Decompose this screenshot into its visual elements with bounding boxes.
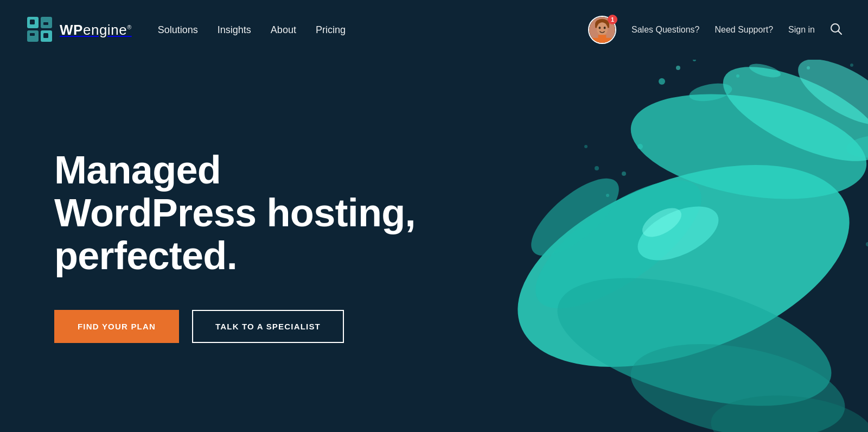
- svg-rect-4: [30, 20, 35, 24]
- hero-buttons: FIND YOUR PLAN TALK TO A SPECIALIST: [54, 310, 423, 343]
- hero-headline: Managed WordPress hosting, perfected.: [54, 149, 423, 278]
- nav-item-solutions[interactable]: Solutions: [158, 24, 198, 36]
- logo-icon: [26, 16, 54, 44]
- svg-rect-15: [592, 38, 612, 44]
- svg-point-21: [711, 60, 868, 180]
- svg-point-28: [520, 166, 631, 269]
- svg-line-17: [839, 31, 842, 34]
- svg-point-44: [595, 166, 599, 170]
- svg-point-12: [599, 27, 601, 29]
- svg-point-47: [637, 202, 686, 243]
- navbar: WPengine® Solutions Insights About Prici…: [0, 0, 868, 60]
- svg-rect-6: [30, 33, 35, 36]
- find-your-plan-button[interactable]: FIND YOUR PLAN: [54, 310, 179, 343]
- svg-point-36: [736, 74, 739, 78]
- search-icon[interactable]: [830, 23, 842, 37]
- hero-content: Managed WordPress hosting, perfected. FI…: [0, 149, 423, 344]
- svg-point-45: [584, 145, 588, 148]
- svg-point-19: [491, 125, 868, 407]
- hero-section: Managed WordPress hosting, perfected. FI…: [0, 60, 868, 432]
- svg-rect-7: [43, 33, 48, 38]
- svg-point-31: [708, 389, 868, 432]
- need-support-link[interactable]: Need Support?: [714, 25, 773, 35]
- nav-link-insights[interactable]: Insights: [218, 24, 251, 35]
- svg-point-11: [597, 22, 608, 35]
- svg-point-38: [807, 66, 810, 69]
- sales-questions-link[interactable]: Sales Questions?: [631, 25, 699, 35]
- svg-point-25: [845, 134, 868, 160]
- logo-link[interactable]: WPengine®: [26, 16, 132, 44]
- sign-in-link[interactable]: Sign in: [788, 25, 815, 35]
- navbar-right: 1 Sales Questions? Need Support? Sign in: [588, 16, 842, 44]
- svg-point-13: [604, 27, 606, 29]
- hero-splash: [358, 60, 868, 432]
- svg-rect-18: [358, 60, 868, 432]
- logo-text: WPengine®: [60, 22, 132, 39]
- nav-item-about[interactable]: About: [271, 24, 296, 36]
- svg-point-48: [866, 242, 868, 246]
- navbar-left: WPengine® Solutions Insights About Prici…: [26, 16, 346, 44]
- svg-point-42: [622, 171, 626, 176]
- svg-point-29: [544, 253, 845, 431]
- svg-point-46: [630, 195, 727, 271]
- svg-point-43: [606, 194, 609, 197]
- svg-point-40: [850, 63, 853, 67]
- svg-point-32: [659, 78, 665, 85]
- nav-item-pricing[interactable]: Pricing: [316, 24, 346, 36]
- notification-badge: 1: [608, 15, 617, 24]
- svg-point-30: [623, 329, 852, 432]
- svg-point-23: [688, 80, 733, 104]
- svg-rect-2: [27, 30, 39, 42]
- avatar-wrapper[interactable]: 1: [588, 16, 616, 44]
- svg-point-22: [788, 60, 868, 138]
- svg-rect-5: [43, 22, 48, 25]
- nav-link-pricing[interactable]: Pricing: [316, 24, 346, 35]
- talk-to-specialist-button[interactable]: TALK TO A SPECIALIST: [192, 310, 344, 343]
- svg-point-34: [693, 60, 696, 61]
- nav-item-insights[interactable]: Insights: [218, 24, 251, 36]
- svg-point-27: [516, 157, 720, 331]
- nav-link-about[interactable]: About: [271, 24, 296, 35]
- nav-link-solutions[interactable]: Solutions: [158, 24, 198, 35]
- svg-point-20: [623, 78, 868, 215]
- nav-links: Solutions Insights About Pricing: [158, 24, 346, 36]
- svg-point-41: [637, 144, 643, 149]
- svg-point-33: [676, 66, 680, 70]
- svg-point-24: [748, 61, 782, 80]
